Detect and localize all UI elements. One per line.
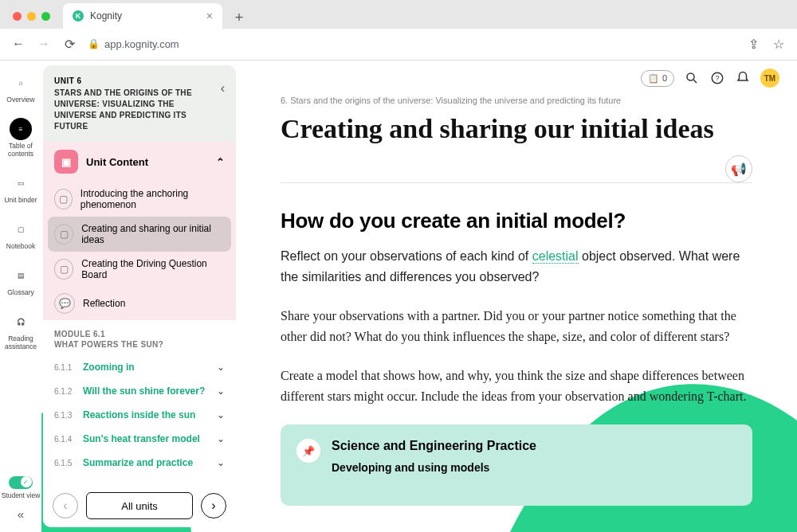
pin-icon: 📌 [296,439,320,463]
uc-item-driving-question[interactable]: ▢ Creating the Driving Question Board [43,252,236,287]
student-view-toggle[interactable] [9,476,33,489]
home-icon: ⌂ [10,72,32,94]
window-controls[interactable] [6,12,57,29]
chevron-down-icon: ⌄ [217,385,225,397]
bookmark-icon[interactable]: ☆ [771,37,786,52]
prev-unit-button[interactable]: ‹ [53,493,78,518]
paragraph-1: Reflect on your observations of each kin… [281,246,752,288]
clipboard-icon: 📋 [648,73,659,84]
paragraph-2: Share your observations with a partner. … [281,306,752,348]
module-title: WHAT POWERS THE SUN? [54,340,225,349]
page-title: Creating and sharing our initial ideas [281,113,752,144]
search-button[interactable] [684,70,700,86]
lock-icon: 🔒 [88,38,100,49]
paragraph-3: Create a model that shows how, and why, … [281,366,752,408]
student-view-label: Student view [2,491,41,499]
callout-practice: 📌 Science and Engineering Practice Devel… [281,424,752,506]
collapse-rail-button[interactable]: « [18,507,24,521]
favicon: K [73,10,84,22]
toc-panel: UNIT 6 STARS AND THE ORIGINS OF THE UNIV… [43,65,236,527]
assignments-pill[interactable]: 📋 0 [641,70,674,87]
megaphone-icon: 📢 [731,162,747,177]
section-heading: How do you create an initial model? [281,209,752,233]
module-item-612[interactable]: 6.1.2 Will the sun shine forever? ⌄ [43,379,236,403]
svg-point-0 [687,73,694,80]
page-icon: ▢ [54,189,73,209]
notifications-button[interactable] [735,70,751,86]
rail-notebook[interactable]: ▢ Notebook [2,213,40,255]
divider [281,182,752,183]
browser-chrome: K Kognity × + ← → ⟳ 🔒 app.kognity.com ⇪ … [0,0,797,61]
svg-text:?: ? [715,74,719,82]
chevron-down-icon: ⌄ [217,362,225,373]
rail-reading-assistance[interactable]: 🎧 Reading assistance [2,306,40,355]
close-window[interactable] [13,12,22,21]
unit-title: STARS AND THE ORIGINS OF THE UNIVERSE: V… [54,88,216,132]
chevron-down-icon: ⌄ [217,433,225,444]
book-icon: ▤ [10,264,32,287]
close-tab-icon[interactable]: × [206,10,213,22]
content-area: 📋 0 ? TM 6. Stars and the origins of the… [236,61,797,532]
forward-button[interactable]: → [37,37,51,51]
chevron-down-icon: ⌄ [217,409,225,421]
breadcrumb: 6. Stars and the origins of the universe… [281,96,752,105]
navigation-rail: ⌂ Overview ≡ Table of contents ▭ Unit bi… [0,61,41,532]
next-unit-button[interactable]: › [201,493,226,518]
top-actions: 📋 0 ? TM [641,68,779,88]
address-bar[interactable]: 🔒 app.kognity.com [88,38,735,50]
all-units-button[interactable]: All units [86,492,193,519]
callout-title: Science and Engineering Practice [332,439,536,453]
callout-subtitle: Developing and using models [332,461,536,474]
module-section: MODULE 6.1 WHAT POWERS THE SUN? 6.1.1 Zo… [43,320,236,484]
maximize-window[interactable] [41,12,50,21]
rail-overview[interactable]: ⌂ Overview [2,67,40,108]
chat-icon: 💬 [54,293,75,314]
unit-content-section: ▣ Unit Content ⌃ ▢ Introducing the ancho… [43,142,236,320]
user-avatar[interactable]: TM [760,68,779,88]
glossary-term[interactable]: celestial [532,249,579,264]
uc-item-creating-sharing[interactable]: ▢ Creating and sharing our initial ideas [48,217,231,252]
share-icon[interactable]: ⇪ [746,37,760,52]
module-item-613[interactable]: 6.1.3 Reactions inside the sun ⌄ [43,403,236,427]
headphones-icon: 🎧 [10,311,32,333]
module-item-611[interactable]: 6.1.1 Zooming in ⌄ [43,355,236,379]
help-button[interactable]: ? [709,70,725,86]
announce-button[interactable]: 📢 [725,155,752,182]
unit-kicker: UNIT 6 [54,76,216,85]
browser-tab[interactable]: K Kognity × [63,3,222,29]
chevron-down-icon: ⌄ [217,457,225,468]
chevron-up-icon: ⌃ [216,156,225,168]
list-icon: ≡ [10,118,32,140]
rail-glossary[interactable]: ▤ Glossary [2,260,40,301]
unit-header[interactable]: UNIT 6 STARS AND THE ORIGINS OF THE UNIV… [43,65,236,142]
chevron-left-icon[interactable]: ‹ [221,76,225,132]
notebook-icon: ▢ [10,218,32,241]
folder-icon: ▭ [10,172,32,194]
rail-unit-binder[interactable]: ▭ Unit binder [2,167,40,209]
uc-item-anchoring[interactable]: ▢ Introducing the anchoring phenomenon [43,182,236,217]
unit-content-header[interactable]: ▣ Unit Content ⌃ [43,142,236,182]
uc-item-reflection[interactable]: 💬 Reflection [43,287,236,320]
page-icon: ▢ [54,224,73,244]
module-item-615[interactable]: 6.1.5 Summarize and practice ⌄ [43,451,236,475]
book-open-icon: ▣ [54,150,78,174]
svg-line-1 [693,80,697,83]
rail-toc[interactable]: ≡ Table of contents [2,113,40,162]
minimize-window[interactable] [27,12,36,21]
url-text: app.kognity.com [104,38,179,50]
back-button[interactable]: ← [11,37,26,51]
body-text: Reflect on your observations of each kin… [281,246,752,407]
new-tab-button[interactable]: + [229,8,249,29]
module-kicker: MODULE 6.1 [54,330,225,338]
reload-button[interactable]: ⟳ [62,37,77,52]
module-item-614[interactable]: 6.1.4 Sun's heat transfer model ⌄ [43,427,236,451]
panel-footer: ‹ All units › [43,484,236,527]
tab-title: Kognity [90,10,122,22]
page-icon: ▢ [54,259,73,280]
